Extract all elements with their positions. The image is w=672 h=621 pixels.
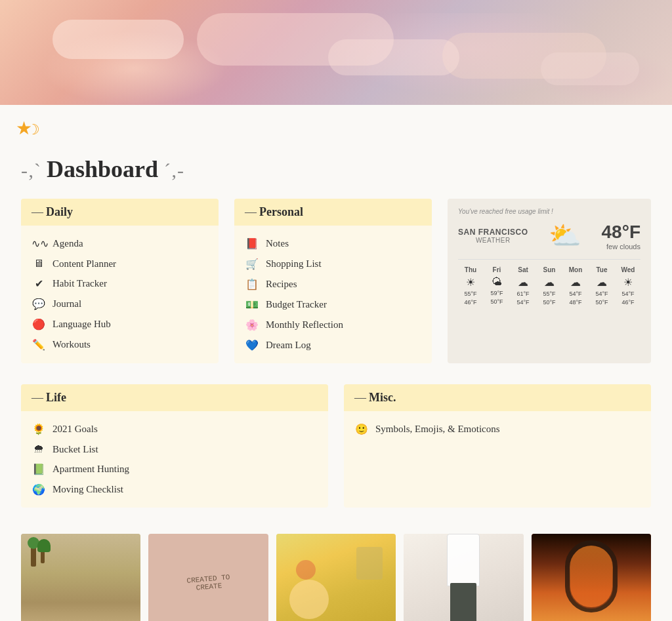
weather-temp-value: 48°F	[602, 222, 640, 243]
budget-tracker-label: Budget Tracker	[266, 299, 327, 310]
weather-location: SAN FRANCISCO WEATHER	[458, 228, 528, 244]
forecast-thu-icon: ☀	[458, 276, 483, 289]
personal-item-notes[interactable]: 📕 Notes	[245, 233, 421, 254]
logo-area: ★☽	[0, 105, 672, 150]
misc-header: —Misc.	[344, 384, 651, 411]
life-header: —Life	[21, 384, 328, 411]
photo-created-to-create: CREATED TOCREATE	[148, 534, 268, 621]
daily-item-language-hub[interactable]: 🔴 Language Hub	[32, 314, 208, 334]
weather-temp-main: 48°F few clouds	[602, 222, 640, 250]
forecast-sat: Sat ☁ 61°F54°F	[511, 266, 536, 306]
weather-forecast: Thu ☀ 55°F46°F Fri 🌤 59°F50°F Sat ☁ 61°F…	[458, 259, 640, 306]
notes-label: Notes	[266, 238, 289, 249]
monthly-reflection-icon: 🌸	[245, 319, 259, 331]
weather-label: WEATHER	[458, 237, 528, 244]
bucket-list-icon: 🌨	[32, 443, 46, 455]
title-suffix: ´‚-	[164, 159, 184, 181]
monthly-reflection-label: Monthly Reflection	[266, 319, 343, 331]
personal-item-monthly-reflection[interactable]: 🌸 Monthly Reflection	[245, 315, 421, 335]
daily-item-agenda[interactable]: ∿∿ Agenda	[32, 233, 208, 254]
life-item-bucket-list[interactable]: 🌨 Bucket List	[32, 439, 318, 459]
forecast-wed-icon: ☀	[616, 276, 640, 289]
symbols-label: Symbols, Emojis, & Emoticons	[375, 424, 500, 435]
life-item-2021-goals[interactable]: 🌻 2021 Goals	[32, 419, 318, 439]
daily-item-journal[interactable]: 💬 Journal	[32, 294, 208, 314]
forecast-fri-icon: 🌤	[484, 276, 509, 288]
daily-item-workouts[interactable]: ✏️ Workouts	[32, 334, 208, 355]
journal-label: Journal	[52, 298, 81, 310]
hero-banner	[0, 0, 672, 105]
title-prefix: -‚`	[21, 159, 41, 181]
forecast-fri: Fri 🌤 59°F50°F	[484, 266, 509, 306]
recipes-label: Recipes	[266, 279, 297, 290]
main-content: —Daily ∿∿ Agenda 🖥 Content Planner ✔ Hab…	[0, 199, 672, 621]
daily-item-content-planner[interactable]: 🖥 Content Planner	[32, 254, 208, 273]
content-planner-label: Content Planner	[52, 258, 116, 270]
forecast-sat-icon: ☁	[511, 276, 536, 289]
misc-body: 🙂 Symbols, Emojis, & Emoticons	[344, 411, 651, 447]
weather-city: SAN FRANCISCO	[458, 228, 528, 237]
notes-icon: 📕	[245, 237, 259, 250]
daily-header: —Daily	[21, 199, 219, 226]
forecast-tue-icon: ☁	[589, 276, 614, 289]
daily-section: —Daily ∿∿ Agenda 🖥 Content Planner ✔ Hab…	[21, 199, 219, 363]
weather-top: SAN FRANCISCO WEATHER ⛅ 48°F few clouds	[458, 220, 640, 251]
second-grid: —Life 🌻 2021 Goals 🌨 Bucket List 📗 Apart…	[21, 384, 651, 508]
apartment-hunting-icon: 📗	[32, 463, 46, 475]
forecast-sun-icon: ☁	[537, 276, 562, 289]
agenda-label: Agenda	[52, 238, 83, 249]
misc-item-symbols[interactable]: 🙂 Symbols, Emojis, & Emoticons	[354, 419, 640, 439]
moving-checklist-label: Moving Checklist	[52, 484, 123, 495]
habit-tracker-icon: ✔	[32, 277, 46, 290]
page-title-area: -‚` Dashboard ´‚-	[0, 150, 672, 199]
personal-header: —Personal	[234, 199, 432, 226]
daily-body: ∿∿ Agenda 🖥 Content Planner ✔ Habit Trac…	[21, 226, 219, 363]
personal-item-dream-log[interactable]: 💙 Dream Log	[245, 335, 421, 355]
workouts-label: Workouts	[52, 339, 91, 350]
weather-widget: You've reached free usage limit ! SAN FR…	[448, 199, 651, 363]
photo-cozy-room	[21, 534, 140, 621]
forecast-mon-icon: ☁	[563, 276, 588, 289]
personal-section: —Personal 📕 Notes 🛒 Shopping List 📋 Reci…	[234, 199, 432, 363]
dashboard-grid: —Daily ∿∿ Agenda 🖥 Content Planner ✔ Hab…	[21, 199, 651, 363]
life-section: —Life 🌻 2021 Goals 🌨 Bucket List 📗 Apart…	[21, 384, 328, 508]
dream-log-label: Dream Log	[266, 340, 311, 351]
recipes-icon: 📋	[245, 278, 259, 290]
budget-tracker-icon: 💵	[245, 298, 259, 311]
page-title: -‚` Dashboard ´‚-	[21, 155, 651, 183]
shopping-list-icon: 🛒	[245, 258, 259, 270]
agenda-icon: ∿∿	[32, 237, 46, 250]
language-hub-icon: 🔴	[32, 318, 46, 331]
forecast-mon: Mon ☁ 54°F48°F	[563, 266, 588, 306]
forecast-thu: Thu ☀ 55°F46°F	[458, 266, 483, 306]
content-planner-icon: 🖥	[32, 258, 46, 270]
dream-log-icon: 💙	[245, 339, 259, 351]
workouts-icon: ✏️	[32, 338, 46, 351]
symbols-icon: 🙂	[354, 423, 369, 435]
language-hub-label: Language Hub	[52, 319, 111, 330]
photos-row: CREATED TOCREATE	[21, 534, 651, 621]
bucket-list-label: Bucket List	[52, 444, 98, 455]
goals-icon: 🌻	[32, 423, 46, 435]
daily-item-habit-tracker[interactable]: ✔ Habit Tracker	[32, 273, 208, 294]
misc-section: —Misc. 🙂 Symbols, Emojis, & Emoticons	[344, 384, 651, 508]
life-body: 🌻 2021 Goals 🌨 Bucket List 📗 Apartment H…	[21, 411, 328, 508]
photo-food-flatlay	[276, 534, 396, 621]
journal-icon: 💬	[32, 298, 46, 310]
personal-body: 📕 Notes 🛒 Shopping List 📋 Recipes 💵 Budg…	[234, 226, 432, 363]
apartment-hunting-label: Apartment Hunting	[52, 464, 129, 475]
weather-cloud-icon: ⛅	[549, 220, 581, 251]
forecast-wed: Wed ☀ 54°F46°F	[616, 266, 640, 306]
shopping-list-label: Shopping List	[266, 258, 322, 270]
life-item-moving-checklist[interactable]: 🌍 Moving Checklist	[32, 479, 318, 500]
goals-label: 2021 Goals	[52, 424, 98, 435]
moving-checklist-icon: 🌍	[32, 483, 46, 496]
personal-item-shopping-list[interactable]: 🛒 Shopping List	[245, 254, 421, 274]
personal-item-budget-tracker[interactable]: 💵 Budget Tracker	[245, 294, 421, 315]
logo-star-moon: ★☽	[16, 115, 40, 140]
weather-description: few clouds	[602, 243, 640, 250]
life-item-apartment-hunting[interactable]: 📗 Apartment Hunting	[32, 459, 318, 479]
personal-item-recipes[interactable]: 📋 Recipes	[245, 274, 421, 294]
photo-fashion-outfit	[404, 534, 523, 621]
moon-icon: ☽	[27, 121, 40, 138]
